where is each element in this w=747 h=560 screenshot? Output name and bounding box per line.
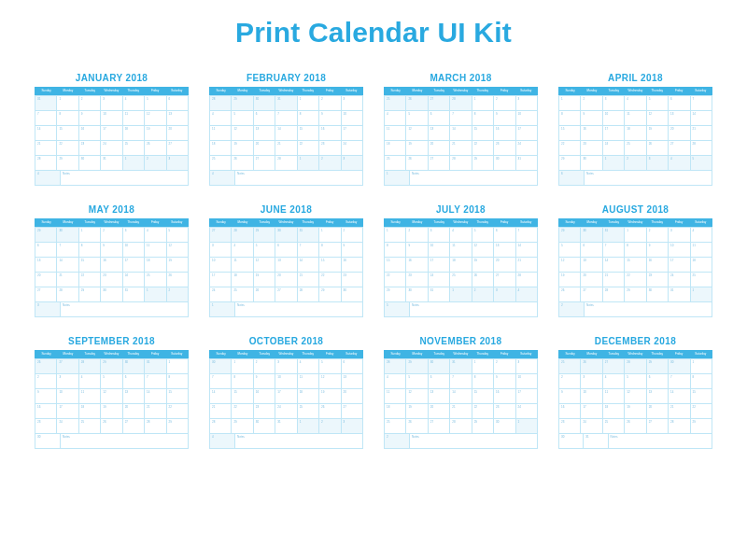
day-cell: 26: [581, 359, 602, 374]
day-cell: 21: [275, 141, 297, 156]
day-cell: 30: [581, 228, 602, 243]
week-row: 23242526272829: [559, 419, 712, 434]
day-cell: 22: [472, 404, 494, 419]
day-of-week-label: Thursday: [472, 219, 493, 226]
day-of-week-label: Saturday: [515, 219, 537, 226]
day-cell: 16: [494, 389, 515, 404]
day-cell: 7: [450, 374, 472, 389]
day-cell: 1: [625, 228, 646, 243]
day-cell: 23: [559, 419, 581, 434]
day-cell: 11: [691, 243, 712, 258]
day-of-week-label: Saturday: [166, 88, 188, 94]
day-cell: 2: [406, 228, 428, 243]
day-of-week-label: Friday: [144, 219, 165, 226]
day-of-week-label: Friday: [144, 351, 165, 357]
day-of-week-label: Tuesday: [603, 351, 625, 357]
day-cell: 17: [101, 126, 122, 141]
week-row: 19202122232425: [559, 273, 712, 287]
day-cell: 28: [450, 156, 472, 171]
day-cell: 25: [450, 273, 472, 287]
day-cell: 27: [342, 404, 363, 419]
day-cell: 9: [101, 243, 122, 258]
week-row: 2627282930311: [35, 359, 189, 374]
week-row: 4Notes: [210, 171, 363, 186]
day-cell: 7: [298, 243, 319, 258]
day-cell: 21: [145, 404, 166, 419]
day-of-week-header: SundayMondayTuesdayWednesdayThursdayFrid…: [35, 87, 189, 95]
day-of-week-label: Sunday: [210, 351, 232, 357]
day-cell: 29: [406, 359, 428, 374]
week-row: 21222324252627: [210, 404, 363, 419]
day-of-week-label: Tuesday: [79, 351, 101, 357]
day-cell: 12: [406, 126, 428, 141]
week-row: 1234567: [385, 228, 538, 243]
day-of-week-label: Tuesday: [429, 219, 450, 226]
day-cell: 29: [232, 419, 253, 434]
day-cell: 8: [79, 243, 101, 258]
day-cell: 21: [57, 273, 78, 287]
day-cell: 28: [79, 359, 101, 374]
day-of-week-label: Sunday: [559, 88, 581, 94]
day-of-week-header: SundayMondayTuesdayWednesdayThursdayFrid…: [209, 87, 363, 95]
day-cell: 4: [516, 287, 538, 302]
day-of-week-label: Sunday: [35, 351, 57, 357]
week-row: 6Notes: [559, 171, 712, 186]
day-cell: 14: [57, 258, 78, 273]
day-cell: 19: [559, 273, 581, 287]
day-cell: 5: [101, 374, 122, 389]
day-cell: 15: [298, 126, 319, 141]
day-of-week-label: Monday: [232, 219, 253, 226]
day-cell: 29: [101, 359, 122, 374]
month-card: DECEMBER 2018SundayMondayTuesdayWednesda…: [558, 336, 712, 449]
day-of-week-label: Friday: [493, 219, 514, 226]
day-cell: 5: [406, 111, 428, 126]
notes-area: Notes: [61, 434, 189, 449]
day-cell: 1: [450, 287, 472, 302]
day-cell: 17: [210, 273, 232, 287]
day-cell: 20: [669, 126, 690, 141]
day-cell: 1: [298, 419, 319, 434]
day-cell: 27: [254, 156, 275, 171]
day-cell: 8: [319, 243, 341, 258]
day-of-week-label: Thursday: [122, 351, 144, 357]
day-cell: 30: [35, 434, 61, 449]
day-cell: 30: [559, 434, 584, 449]
day-cell: 31: [275, 96, 297, 111]
week-row: 891011121314: [385, 243, 538, 258]
day-cell: 31: [101, 156, 122, 171]
day-of-week-label: Sunday: [210, 88, 232, 94]
day-cell: 29: [647, 359, 669, 374]
day-cell: 2: [472, 287, 494, 302]
week-row: 293012345: [559, 156, 712, 171]
day-cell: 2: [254, 359, 275, 374]
day-cell: 19: [101, 404, 122, 419]
day-cell: 29: [472, 156, 494, 171]
day-cell: 28: [57, 287, 78, 302]
day-cell: 9: [559, 389, 581, 404]
day-cell: 2: [625, 156, 646, 171]
day-cell: 9: [494, 374, 515, 389]
week-row: 17181920212223: [210, 273, 363, 287]
day-of-week-label: Wednesday: [101, 351, 122, 357]
day-cell: 5: [319, 359, 341, 374]
day-cell: 23: [254, 404, 275, 419]
day-of-week-label: Wednesday: [275, 351, 297, 357]
day-of-week-label: Thursday: [297, 351, 318, 357]
day-of-week-label: Wednesday: [450, 88, 472, 94]
day-cell: 29: [559, 228, 581, 243]
day-cell: 4: [210, 171, 235, 186]
day-cell: 7: [275, 111, 297, 126]
day-cell: 16: [494, 126, 515, 141]
day-cell: 3: [342, 96, 363, 111]
day-cell: 5: [254, 243, 275, 258]
day-cell: 6: [429, 111, 450, 126]
day-cell: 18: [385, 141, 406, 156]
day-cell: 10: [603, 111, 625, 126]
month-title: OCTOBER 2018: [209, 336, 363, 350]
day-cell: 14: [603, 258, 625, 273]
day-cell: 10: [57, 389, 78, 404]
day-cell: 23: [494, 404, 515, 419]
day-cell: 3: [57, 374, 78, 389]
day-cell: 3: [342, 156, 363, 171]
day-of-week-label: Saturday: [166, 219, 188, 226]
